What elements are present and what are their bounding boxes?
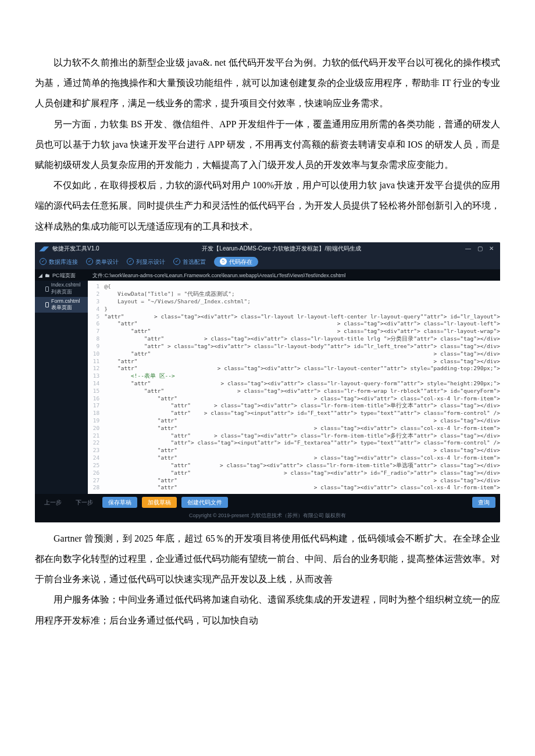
code-line: 24 "attr"> class="tag"><div"attr"> class… xyxy=(88,454,500,462)
check-icon: ✓ xyxy=(173,258,180,265)
step-5-active[interactable]: 5代码存在 xyxy=(214,257,258,267)
step-2-label: 类单设计 xyxy=(95,258,119,266)
maximize-button[interactable]: ▢ xyxy=(476,245,484,252)
code-line: 5"attr"> class="tag"><div"attr"> class="… xyxy=(88,313,500,321)
code-line: 28 "attr"> class="tag"><div"attr"> class… xyxy=(88,484,500,492)
code-line: 15 "attr"> class="tag"><div"attr"> class… xyxy=(88,388,500,395)
code-line: 3 Layout = "~/Views/Shared/_Index.cshtml… xyxy=(88,298,500,306)
code-line: 17 "attr"> class="tag"><div"attr"> class… xyxy=(88,402,500,410)
next-button[interactable]: 下一步 xyxy=(71,497,98,508)
paragraph-2: 另一方面，力软集 BS 开发、微信组件、APP 开发组件于一体，覆盖通用应用所需… xyxy=(35,114,500,175)
minimize-button[interactable]: — xyxy=(464,245,472,252)
sidebar-file-form[interactable]: Form.cshtml 表单页面 xyxy=(35,297,88,313)
file-icon xyxy=(45,286,49,292)
step-number: 5 xyxy=(220,258,227,265)
file-path-bar: 文件:C:\work\learun-adms-core\Learun.Frame… xyxy=(88,271,500,281)
code-editor[interactable]: 1@{2 ViewData["Title"] = "代码生成器测试";3 Lay… xyxy=(88,281,500,494)
file-icon xyxy=(45,302,49,307)
folder-icon: 🖿 xyxy=(45,273,50,280)
code-line: 4} xyxy=(88,306,500,313)
code-line: 27 "attr"> class="tag"></div> xyxy=(88,477,500,485)
paragraph-5: 用户服务体验；中间业务通过低代码将加速自动化、遗留系统集成的开发进程，同时为整个… xyxy=(35,589,500,630)
code-line: 13 <!--表单 区--> xyxy=(88,372,500,380)
sidebar-file-index[interactable]: Index.cshtml 列表页面 xyxy=(35,281,88,296)
query-button[interactable]: 查询 xyxy=(472,497,495,508)
ide-screenshot: ◢◤ 敏捷开发工具V1.0 开发【Learun-ADMS-Core 力软敏捷开发… xyxy=(35,242,500,522)
step-1-label: 数据库连接 xyxy=(49,258,78,266)
code-line: 1@{ xyxy=(88,283,500,291)
step-5-label: 代码存在 xyxy=(229,258,252,266)
editor-area: 文件:C:\work\learun-adms-core\Learun.Frame… xyxy=(88,271,500,494)
code-line: 19 "attr"> class="tag"></div> xyxy=(88,417,500,425)
window-title: 开发【Learun-ADMS-Core 力软敏捷开发框架】/前端代码生成 xyxy=(99,245,464,252)
code-line: 11 "attr"> class="tag"></div> xyxy=(88,358,500,366)
code-line: 25 "attr"> class="tag"><div"attr"> class… xyxy=(88,462,500,470)
code-line: 6 "attr"> class="tag"><div"attr"> class=… xyxy=(88,320,500,328)
code-line: 23 "attr"> class="tag"></div> xyxy=(88,447,500,454)
save-draft-button[interactable]: 保存草稿 xyxy=(102,497,137,508)
code-line: 18 "attr"> class="tag"><input"attr"> id=… xyxy=(88,410,500,417)
code-line: 9 "attr"> class="tag"><div"attr"> class=… xyxy=(88,343,500,350)
app-logo-icon: ◢◤ xyxy=(40,245,49,252)
sidebar-root[interactable]: ◢ 🖿 PC端页面 xyxy=(35,271,88,281)
paragraph-1: 以力软不久前推出的新型企业级 java&. net 低代码开发平台为例。力软的低… xyxy=(35,52,500,114)
code-line: 26 "attr"> class="tag"><div"attr"> id="F… xyxy=(88,470,500,477)
close-button[interactable]: ✕ xyxy=(487,245,495,252)
check-icon: ✓ xyxy=(127,258,134,265)
copyright-footer: Copyright © 2019-present 力软信息技术（苏州）有限公司 … xyxy=(35,511,500,522)
create-code-button[interactable]: 创建代码文件 xyxy=(181,497,228,508)
check-icon: ✓ xyxy=(86,258,93,265)
sidebar-file-index-label: Index.cshtml 列表页面 xyxy=(51,282,84,295)
code-line: 14 "attr"> class="tag"><div"attr"> class… xyxy=(88,380,500,388)
ide-body: ◢ 🖿 PC端页面 Index.cshtml 列表页面 Form.cshtml … xyxy=(35,270,500,494)
load-draft-button[interactable]: 加载草稿 xyxy=(142,497,177,508)
paragraph-4: Gartner 曾预测，到 2025 年底，超过 65％的开发项目将使用低代码构… xyxy=(35,528,500,590)
step-4-label: 首选配置 xyxy=(183,258,206,266)
check-icon: ✓ xyxy=(40,258,47,265)
code-line: 7 "attr"> class="tag"><div"attr"> class=… xyxy=(88,328,500,335)
sidebar-root-label: PC端页面 xyxy=(52,273,76,280)
code-line: 16 "attr"> class="tag"><div"attr"> class… xyxy=(88,395,500,403)
step-3-label: 列显示设计 xyxy=(136,258,165,266)
wizard-steps-toolbar: ✓数据库连接 ✓类单设计 ✓列显示设计 ✓首选配置 5代码存在 xyxy=(35,255,500,270)
step-3[interactable]: ✓列显示设计 xyxy=(127,258,165,266)
code-line: 21 "attr"> class="tag"><div"attr"> class… xyxy=(88,432,500,440)
code-line: 22 "attr"> class="tag"><input"attr"> id=… xyxy=(88,439,500,447)
bottom-toolbar: 上一步 下一步 保存草稿 加载草稿 创建代码文件 查询 xyxy=(35,494,500,511)
prev-button[interactable]: 上一步 xyxy=(40,497,66,508)
window-controls: — ▢ ✕ xyxy=(464,245,495,252)
code-line: 8 "attr"> class="tag"><div"attr"> class=… xyxy=(88,335,500,343)
code-line: 12 "attr"> class="tag"><div"attr"> class… xyxy=(88,365,500,372)
file-sidebar: ◢ 🖿 PC端页面 Index.cshtml 列表页面 Form.cshtml … xyxy=(35,271,88,494)
step-1[interactable]: ✓数据库连接 xyxy=(40,258,78,266)
window-title-bar: ◢◤ 敏捷开发工具V1.0 开发【Learun-ADMS-Core 力软敏捷开发… xyxy=(35,242,500,255)
code-line: 20 "attr"> class="tag"><div"attr"> class… xyxy=(88,425,500,432)
step-4[interactable]: ✓首选配置 xyxy=(173,258,206,266)
code-line: 2 ViewData["Title"] = "代码生成器测试"; xyxy=(88,291,500,298)
code-line: 10 "attr"> class="tag"></div> xyxy=(88,350,500,358)
paragraph-3: 不仅如此，在取得授权后，力软的源代码对用户 100%开放，用户可以使用力软 ja… xyxy=(35,175,500,237)
step-2[interactable]: ✓类单设计 xyxy=(86,258,119,266)
sidebar-file-form-label: Form.cshtml 表单页面 xyxy=(51,298,84,311)
app-name: 敏捷开发工具V1.0 xyxy=(52,245,99,252)
